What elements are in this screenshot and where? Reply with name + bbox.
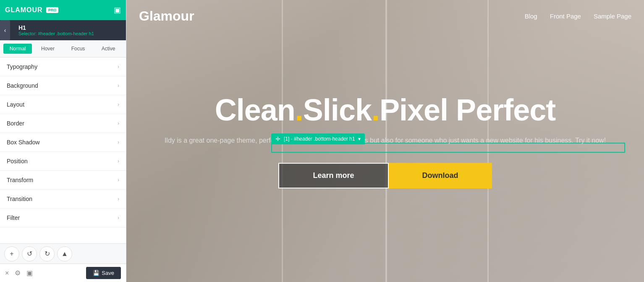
undo-button[interactable]: ↺ xyxy=(22,246,37,261)
section-typography[interactable]: Typography › xyxy=(0,57,126,76)
close-icon[interactable]: × xyxy=(5,269,9,277)
element-info: ‹ H1 Selector: #header .bottom-header h1 xyxy=(0,20,126,40)
tab-normal[interactable]: Normal xyxy=(3,44,32,54)
chevron-icon: › xyxy=(118,158,119,164)
state-tabs: Normal Hover Focus Active xyxy=(0,40,126,57)
element-selector-text: Selector: #header .bottom-header h1 xyxy=(18,31,94,36)
chevron-icon: › xyxy=(118,196,119,202)
section-layout-label: Layout xyxy=(7,101,24,108)
element-details: H1 Selector: #header .bottom-header h1 xyxy=(18,24,94,36)
chevron-icon: › xyxy=(118,177,119,183)
bottom-toolbar: + ↺ ↻ ▲ xyxy=(0,243,126,264)
hero-title: Clean.Slick.Pixel Perfect xyxy=(154,94,616,127)
save-button[interactable]: 💾 Save xyxy=(86,267,121,279)
section-transition[interactable]: Transition › xyxy=(0,190,126,209)
hero-buttons: Learn more Download xyxy=(154,163,616,188)
chevron-icon: › xyxy=(118,83,119,89)
tab-focus[interactable]: Focus xyxy=(64,44,92,54)
learn-more-button[interactable]: Learn more xyxy=(278,163,388,188)
tab-hover[interactable]: Hover xyxy=(34,44,62,54)
section-transform[interactable]: Transform › xyxy=(0,171,126,190)
responsive-icon[interactable]: ▣ xyxy=(26,269,33,277)
window-icon[interactable]: ▣ xyxy=(114,5,121,15)
chevron-icon: › xyxy=(118,120,119,126)
section-position[interactable]: Position › xyxy=(0,152,126,171)
footer-left-icons: × ⚙ ▣ xyxy=(5,269,33,277)
section-filter[interactable]: Filter › xyxy=(0,209,126,227)
save-label: Save xyxy=(102,270,114,276)
hero-content: Clean.Slick.Pixel Perfect Ildy is a grea… xyxy=(154,94,616,188)
section-transform-label: Transform xyxy=(7,177,33,183)
pointer-button[interactable]: ▲ xyxy=(57,246,72,261)
download-button[interactable]: Download xyxy=(389,163,492,188)
redo-button[interactable]: ↻ xyxy=(39,246,55,261)
dropdown-icon[interactable]: ▾ xyxy=(358,136,361,142)
hero-title-slick: Slick xyxy=(303,93,372,127)
add-button[interactable]: + xyxy=(4,246,19,261)
section-transition-label: Transition xyxy=(7,196,32,202)
chevron-icon: › xyxy=(118,139,119,145)
save-icon: 💾 xyxy=(93,270,99,276)
nav-sample-page[interactable]: Sample Page xyxy=(594,13,631,20)
section-background-label: Background xyxy=(7,82,38,89)
nav-blog[interactable]: Blog xyxy=(525,13,537,20)
brand-name: GLAMOUR xyxy=(5,6,43,14)
section-filter-label: Filter xyxy=(7,214,20,221)
hero-title-clean: Clean xyxy=(215,93,295,127)
element-selector-bar: ✛ [1] - #header .bottom-header h1 ▾ xyxy=(271,133,365,144)
move-icon: ✛ xyxy=(275,136,280,142)
preview-area: Glamour Blog Front Page Sample Page ✛ [1… xyxy=(126,0,644,282)
nav-front-page[interactable]: Front Page xyxy=(550,13,581,20)
chevron-icon: › xyxy=(118,64,119,70)
section-layout[interactable]: Layout › xyxy=(0,95,126,114)
site-logo: Glamour xyxy=(139,8,194,24)
panel-footer: × ⚙ ▣ 💾 Save xyxy=(0,264,126,282)
hero-dot-2: . xyxy=(372,93,380,127)
section-position-label: Position xyxy=(7,158,28,164)
selector-bar-label: [1] - #header .bottom-header h1 xyxy=(284,136,355,142)
element-tag: H1 xyxy=(18,24,94,31)
hero-title-pixel: Pixel Perfect xyxy=(380,93,555,127)
site-header: Glamour Blog Front Page Sample Page xyxy=(126,0,644,32)
tab-active[interactable]: Active xyxy=(94,44,123,54)
hero-subtitle: Ildy is a great one-page theme, perfect … xyxy=(154,135,616,146)
section-border-label: Border xyxy=(7,120,24,127)
panel-header: GLAMOUR PRO ▣ xyxy=(0,0,126,20)
section-list: Typography › Background › Layout › Borde… xyxy=(0,57,126,243)
section-box-shadow-label: Box Shadow xyxy=(7,139,40,146)
chevron-icon: › xyxy=(118,215,119,221)
brand-area: GLAMOUR PRO xyxy=(5,6,58,14)
back-button[interactable]: ‹ xyxy=(0,20,10,40)
left-panel: GLAMOUR PRO ▣ ‹ H1 Selector: #header .bo… xyxy=(0,0,126,282)
toolbar-left: + ↺ ↻ ▲ xyxy=(4,246,72,261)
section-border[interactable]: Border › xyxy=(0,114,126,133)
section-background[interactable]: Background › xyxy=(0,76,126,95)
site-nav: Blog Front Page Sample Page xyxy=(525,13,631,20)
settings-icon[interactable]: ⚙ xyxy=(15,269,21,277)
chevron-icon: › xyxy=(118,102,119,107)
section-box-shadow[interactable]: Box Shadow › xyxy=(0,133,126,152)
section-typography-label: Typography xyxy=(7,63,37,70)
pro-badge: PRO xyxy=(46,7,59,13)
hero-dot-1: . xyxy=(295,93,303,127)
